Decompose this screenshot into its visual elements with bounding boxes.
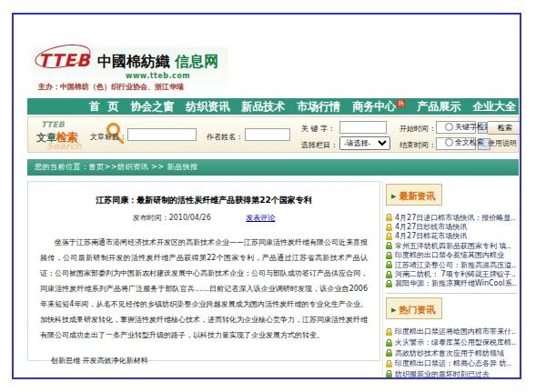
nav-item-label: 市场行情 <box>297 100 340 113</box>
news-item-text: 常州五洋纺机四新品获国家专利 填.. <box>395 241 511 250</box>
site-header: TTEB 中國棉紡織 信息网 www.tteb.com 主办：中国棉纺（色）织行… <box>27 45 519 98</box>
author-name-input[interactable] <box>245 128 290 141</box>
column-label: 选择栏目： <box>301 140 338 150</box>
keyword-search-radio[interactable]: 关键字检索 <box>445 122 491 132</box>
nav-item-label: 纺织资讯 <box>186 100 229 113</box>
nav-item[interactable]: 纺织资讯 <box>186 99 229 115</box>
article-title-label: 文章标题： <box>90 132 126 142</box>
main-nav: 首 页 协会之窗 纺织资讯 新品技术 市场行情 商务中心热 产品展示 企业大全 <box>27 98 519 115</box>
logo-row: TTEB 中國棉紡織 信息网 <box>38 50 223 72</box>
content-divider <box>382 181 383 379</box>
news-item-text: 火灾警示：绿泰库某公用型保税库棉.. <box>395 337 516 347</box>
news-item-text: 4月27日棉花市场快讯 <box>395 232 467 241</box>
nav-item[interactable]: 首 页 <box>89 99 118 115</box>
nav-item[interactable]: 市场行情 <box>297 99 340 115</box>
lock-icon <box>386 280 392 287</box>
news-list-item[interactable]: 4月27日进口棉市场快讯：报价略显.. <box>386 213 519 222</box>
author-name-label: 作者姓名： <box>207 132 243 142</box>
search-logo-tteb: TTEB <box>41 120 65 129</box>
news-list-item[interactable]: 印度棉出口禁运将给国内棉市带来什.. <box>386 327 519 337</box>
triangle-icon: ▶ <box>391 193 396 200</box>
sponsor-line: 主办：中国棉纺（色）织行业协会、浙江华瑞 <box>38 82 223 92</box>
news-item-text: 江苏靖江染整公司：新推高温高压溢.. <box>395 260 516 269</box>
hot-badge: 热 <box>397 100 405 107</box>
latest-news-list: 4月27日进口棉市场快讯：报价略显.. 4月27日纱线市场快讯 4月27日棉花市… <box>386 213 519 288</box>
start-time-label: 开始时间： <box>399 124 436 134</box>
news-item-text: 高效纺纱技术首次应用于棉纺领域 <box>395 348 504 358</box>
news-list-item[interactable]: 印度棉出口禁运：棉商心态各异 纺.. <box>386 358 519 369</box>
news-list-item[interactable]: 江苏靖江染整公司：新推高温高压溢.. <box>386 260 519 269</box>
news-item-text: 纺织服装业的最坏时刻已过去 <box>395 369 490 379</box>
nav-item[interactable]: 新品技术 <box>241 99 285 115</box>
article-subheading: 创新思维 开发高效净化新材料 <box>40 356 368 366</box>
keyword-label: 关 键 字： <box>301 124 335 134</box>
news-list-item[interactable]: 4月27日纱线市场快讯 <box>386 222 519 231</box>
news-list-item[interactable]: 4月27日棉花市场快讯 <box>386 232 519 241</box>
keyword-input[interactable] <box>339 121 387 134</box>
lock-icon <box>386 224 392 231</box>
article-title-input[interactable] <box>127 128 197 141</box>
article-title: 江苏同康：最新研制的活性炭纤维产品获得第22个国家专利 <box>40 195 368 206</box>
news-list-item[interactable]: 河南二纺机： 7项专利铸就王牌锭子.. <box>386 269 519 278</box>
nav-item[interactable]: 协会之窗 <box>130 99 174 115</box>
nav-item[interactable]: 产品展示 <box>417 99 460 115</box>
site-logo[interactable]: TTEB 中國棉紡織 信息网 www.tteb.com 主办：中国棉纺（色）织行… <box>33 47 228 98</box>
latest-news-header: ▶最新资讯 <box>386 184 442 206</box>
lock-icon <box>386 261 392 268</box>
column-select[interactable]: -请选择- <box>339 136 390 150</box>
news-item-text: 印度棉的出口禁令惹恼其国内棉业 <box>395 251 504 260</box>
nav-item[interactable]: 企业大全 <box>472 99 516 115</box>
sidebar: ▶最新资讯 4月27日进口棉市场快讯：报价略显.. 4月27日纱线市场快讯 4月… <box>386 181 519 379</box>
hot-news-header: ▶热门资讯 <box>386 297 442 319</box>
lock-icon <box>386 214 392 221</box>
news-item-text: 印度棉出口禁运：棉商心态各异 纺.. <box>395 358 511 368</box>
page-frame: TTEB 中國棉紡織 信息网 www.tteb.com 主办：中国棉纺（色）织行… <box>12 13 521 379</box>
search-watermark: Search <box>46 141 82 151</box>
breadcrumb: 您的当前位置：首页>>纺织资讯 >> 新品快报 <box>27 159 519 176</box>
fulltext-search-radio-input[interactable] <box>445 138 453 146</box>
news-item-text: 印度棉出口禁运将给国内棉市带来什.. <box>395 327 516 337</box>
nav-item-label: 产品展示 <box>417 100 460 113</box>
news-list-item[interactable]: 火灾警示：绿泰库某公用型保税库棉.. <box>386 337 519 348</box>
news-list-item[interactable]: 襄阳华源：新推凉爽纤维WinCool系.. <box>386 279 519 288</box>
nav-item-label: 首 页 <box>89 100 118 113</box>
post-comment-link[interactable]: 发表评论 <box>246 214 275 222</box>
article-panel: 江苏同康：最新研制的活性炭纤维产品获得第22个国家专利 发布时间：2010/04… <box>27 181 380 361</box>
lock-icon <box>386 370 392 377</box>
triangle-icon: ▶ <box>391 307 396 314</box>
sidebar-divider <box>386 293 517 294</box>
lock-icon <box>386 328 392 336</box>
site-url: www.tteb.com <box>126 72 223 80</box>
keyword-search-radio-label: 关键字检索 <box>455 122 491 132</box>
news-item-text: 河南二纺机： 7项专利铸就王牌锭子.. <box>395 269 516 278</box>
keyword-search-radio-input[interactable] <box>445 123 453 131</box>
nav-item-label: 企业大全 <box>472 100 516 113</box>
fulltext-search-radio[interactable]: 全文检索 <box>445 137 484 147</box>
news-item-text: 4月27日纱线市场快讯 <box>395 222 467 231</box>
lock-icon <box>386 349 392 357</box>
article-meta: 发布时间：2010/04/26 发表评论 <box>40 213 368 223</box>
end-time-label: 结束时间： <box>399 140 436 150</box>
logo-chinese-text: 中國棉紡織 <box>97 53 170 70</box>
news-list-item[interactable]: 高效纺纱技术首次应用于棉纺领域 <box>386 347 519 358</box>
publish-time: 发布时间：2010/04/26 <box>133 214 211 222</box>
latest-news-title: 最新资讯 <box>399 191 435 201</box>
fulltext-search-radio-label: 全文检索 <box>455 137 484 147</box>
hot-news-list: 印度棉出口禁运将给国内棉市带来什.. 火灾警示：绿泰库某公用型保税库棉.. 高效… <box>386 327 519 379</box>
nav-item[interactable]: 商务中心热 <box>352 99 405 115</box>
news-list-item[interactable]: 纺织服装业的最坏时刻已过去 <box>386 369 519 380</box>
lock-icon <box>386 233 392 240</box>
search-submit-button[interactable]: 检索 <box>487 121 521 135</box>
nav-item-label: 协会之窗 <box>130 100 174 113</box>
nav-item-label: 商务中心 <box>352 100 396 113</box>
lock-icon <box>386 360 392 367</box>
hot-news-title: 热门资讯 <box>399 305 435 315</box>
lock-icon <box>386 242 392 249</box>
news-list-item[interactable]: 印度棉的出口禁令惹恼其国内棉业 <box>386 251 519 260</box>
news-list-item[interactable]: 常州五洋纺机四新品获国家专利 填.. <box>386 241 519 250</box>
lock-icon <box>386 271 392 278</box>
logo-suffix-text: 信息网 <box>175 53 218 70</box>
article-paragraph: 坐落于江苏南通市港闸经济技术开发区的高新技术企业——江苏同康活性炭纤维有限公司近… <box>40 235 368 343</box>
news-item-text: 4月27日进口棉市场快讯：报价略显.. <box>395 213 515 222</box>
lock-icon <box>386 252 392 259</box>
